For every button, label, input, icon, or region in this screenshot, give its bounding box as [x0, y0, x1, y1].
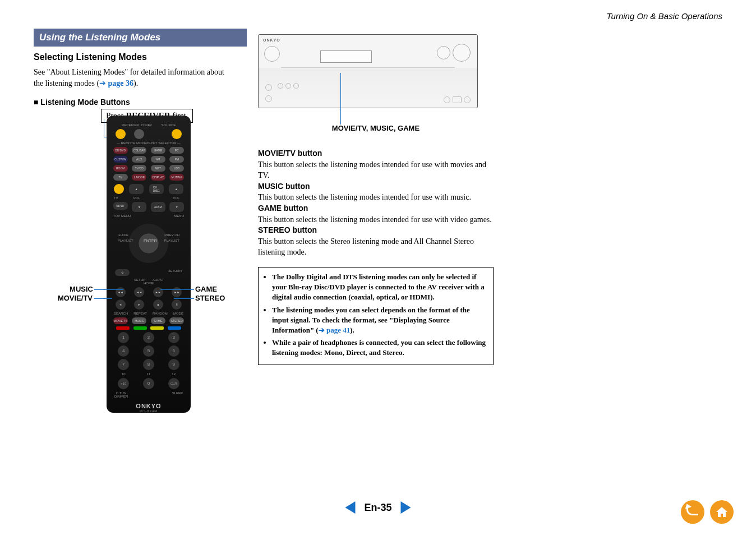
page-link-36[interactable]: ➔ page 36	[99, 79, 133, 87]
note-2b: ).	[350, 326, 354, 334]
link-arrow: ➔	[99, 79, 108, 87]
label-music: MUSIC	[65, 285, 93, 293]
notes-box: The Dolby Digital and DTS listening mode…	[258, 267, 494, 366]
intro-text-2: ).	[133, 79, 138, 87]
game-desc: This button selects the listening modes …	[258, 214, 494, 225]
receiver-brand: ONKYO	[263, 38, 280, 42]
movie-tv-title: MOVIE/TV	[258, 149, 296, 158]
label-stereo: STEREO	[195, 294, 225, 302]
home-icon[interactable]	[710, 500, 734, 524]
note-2: The listening modes you can select depen…	[272, 305, 487, 336]
music-suffix: button	[283, 182, 310, 191]
subsection-buttons: Listening Mode Buttons	[34, 98, 236, 107]
stereo-desc: This button selects the Stereo listening…	[258, 236, 494, 258]
stereo-title: STEREO	[258, 225, 291, 234]
note-2-link: page 41	[326, 326, 350, 334]
remote-diagram: Press RECEIVER first. RECEIVER ZONE2 SOU…	[34, 111, 236, 425]
note-2-arrow: ➔	[319, 326, 326, 334]
next-page-icon[interactable]	[401, 501, 411, 514]
page-link-41[interactable]: ➔ page 41	[319, 326, 351, 334]
movie-tv-desc: This button selects the listening modes …	[258, 159, 494, 181]
section-heading: Using the Listening Modes	[34, 29, 247, 47]
remote-model: RC-834M	[111, 409, 186, 413]
subsection-selecting: Selecting Listening Modes	[34, 52, 236, 62]
link-text: page 36	[108, 79, 134, 87]
label-game: GAME	[195, 285, 217, 293]
prev-page-icon[interactable]	[345, 501, 355, 514]
back-icon[interactable]	[681, 500, 704, 524]
game-suffix: button	[282, 204, 308, 213]
music-title: MUSIC	[258, 182, 283, 191]
page-footer: En-35	[0, 501, 756, 524]
note-2a: The listening modes you can select depen…	[272, 306, 470, 334]
receiver-caption: MOVIE/TV, MUSIC, GAME	[258, 124, 494, 132]
page-number: En-35	[364, 502, 391, 514]
movie-tv-suffix: button	[296, 149, 322, 158]
note-3: While a pair of headphones is connected,…	[272, 338, 487, 358]
remote-image: RECEIVER ZONE2 SOURCE — REMOTE MODE/INPU…	[107, 116, 191, 413]
game-title: GAME	[258, 204, 282, 213]
intro-paragraph: See "About Listening Modes" for detailed…	[34, 67, 236, 90]
receiver-image: ONKYO	[258, 34, 478, 108]
note-1: The Dolby Digital and DTS listening mode…	[272, 272, 487, 303]
stereo-suffix: button	[291, 225, 317, 234]
chapter-title: Turning On & Basic Operations	[34, 11, 722, 21]
remote-brand: ONKYO	[111, 403, 186, 409]
music-desc: This button selects the listening modes …	[258, 192, 494, 203]
label-movie-tv: MOVIE/TV	[53, 294, 93, 302]
